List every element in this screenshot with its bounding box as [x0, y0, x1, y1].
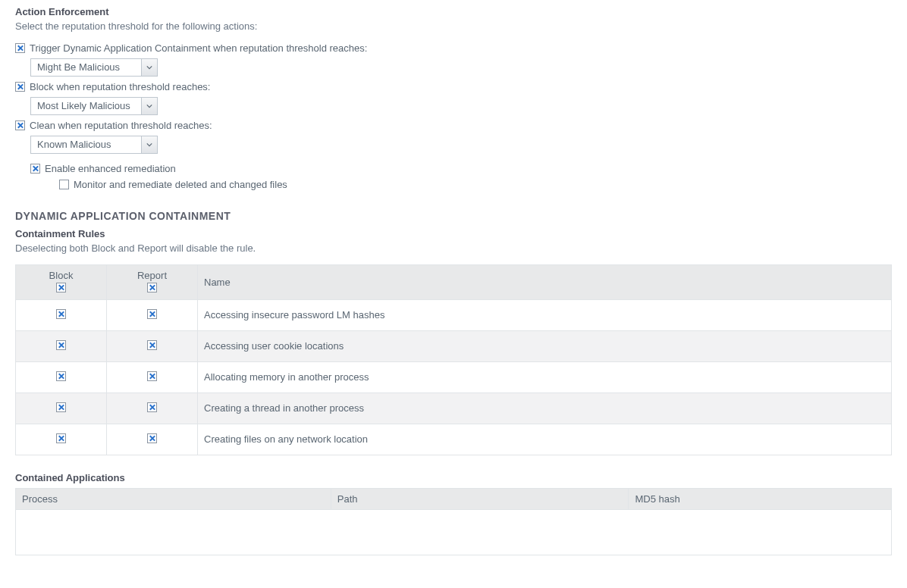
- chevron-down-icon[interactable]: [141, 97, 158, 115]
- block-label: Block when reputation threshold reaches:: [30, 81, 210, 92]
- table-row: Accessing user cookie locations: [16, 331, 892, 362]
- chevron-down-icon[interactable]: [141, 136, 158, 154]
- enhanced-remediation-label: Enable enhanced remediation: [45, 163, 176, 174]
- rule-report-checkbox[interactable]: [147, 402, 157, 412]
- containment-rules-title: Containment Rules: [15, 228, 892, 239]
- trigger-dac-checkbox[interactable]: [15, 43, 25, 53]
- dac-title: DYNAMIC APPLICATION CONTAINMENT: [15, 210, 892, 222]
- clean-checkbox[interactable]: [15, 120, 25, 130]
- table-row: Accessing insecure password LM hashes: [16, 300, 892, 331]
- table-row: Creating a thread in another process: [16, 393, 892, 424]
- block-select-value: Most Likely Malicious: [30, 97, 141, 115]
- clean-select[interactable]: Known Malicious: [30, 136, 158, 154]
- containment-rules-table: Block Report Name Accessing insecure pas…: [15, 264, 892, 455]
- chevron-down-icon[interactable]: [141, 58, 158, 77]
- action-enforcement-title: Action Enforcement: [15, 6, 892, 17]
- rule-name: Creating files on any network location: [198, 424, 892, 455]
- rule-report-checkbox[interactable]: [147, 309, 157, 319]
- rule-block-checkbox[interactable]: [56, 371, 66, 381]
- rule-name: Accessing insecure password LM hashes: [198, 300, 892, 331]
- rule-name: Allocating memory in another process: [198, 362, 892, 393]
- col-md5-header[interactable]: MD5 hash: [629, 489, 892, 510]
- rule-block-checkbox[interactable]: [56, 340, 66, 350]
- rule-report-checkbox[interactable]: [147, 340, 157, 350]
- report-all-checkbox[interactable]: [147, 283, 157, 292]
- clean-label: Clean when reputation threshold reaches:: [30, 120, 212, 131]
- trigger-dac-select[interactable]: Might Be Malicious: [30, 58, 158, 77]
- rule-block-checkbox[interactable]: [56, 309, 66, 319]
- col-report-header[interactable]: Report: [107, 265, 198, 300]
- block-checkbox[interactable]: [15, 82, 25, 92]
- trigger-dac-select-value: Might Be Malicious: [30, 58, 141, 77]
- enhanced-remediation-checkbox[interactable]: [30, 164, 40, 174]
- rule-report-checkbox[interactable]: [147, 371, 157, 381]
- block-all-checkbox[interactable]: [56, 283, 66, 292]
- rule-report-checkbox[interactable]: [147, 433, 157, 443]
- trigger-dac-label: Trigger Dynamic Application Containment …: [30, 42, 367, 54]
- contained-apps-table: Process Path MD5 hash: [15, 488, 892, 510]
- table-row: Creating files on any network location: [16, 424, 892, 455]
- action-enforcement-hint: Select the reputation threshold for the …: [15, 20, 892, 32]
- rule-name: Accessing user cookie locations: [198, 331, 892, 362]
- table-row: Allocating memory in another process: [16, 362, 892, 393]
- rule-name: Creating a thread in another process: [198, 393, 892, 424]
- monitor-remediate-checkbox[interactable]: [59, 180, 69, 189]
- col-path-header[interactable]: Path: [331, 489, 629, 510]
- contained-apps-title: Contained Applications: [15, 472, 892, 483]
- col-block-header[interactable]: Block: [16, 265, 107, 300]
- rule-block-checkbox[interactable]: [56, 402, 66, 412]
- rule-block-checkbox[interactable]: [56, 433, 66, 443]
- col-process-header[interactable]: Process: [16, 489, 331, 510]
- containment-rules-hint: Deselecting both Block and Report will d…: [15, 242, 892, 254]
- contained-apps-body: [15, 510, 892, 555]
- col-name-header[interactable]: Name: [198, 265, 892, 300]
- block-select[interactable]: Most Likely Malicious: [30, 97, 158, 115]
- monitor-remediate-label: Monitor and remediate deleted and change…: [74, 179, 287, 190]
- clean-select-value: Known Malicious: [30, 136, 141, 154]
